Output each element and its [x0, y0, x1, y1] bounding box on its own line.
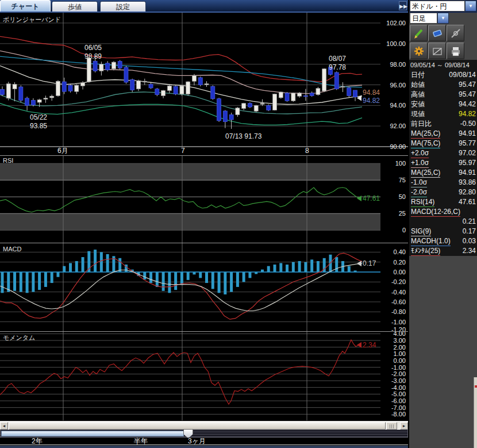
trendline-icon — [449, 27, 462, 40]
info-row-value: 0.21 — [463, 217, 476, 227]
symbol-select-value[interactable]: 米ドル・円 — [410, 1, 465, 12]
horizontal-scrollbar[interactable]: ◄ ► — [0, 421, 408, 430]
svg-text:-0.40: -0.40 — [391, 289, 406, 296]
info-row-value: 2.34 — [463, 246, 476, 256]
info-row-label: 安値 — [411, 99, 425, 109]
svg-text:97.78: 97.78 — [329, 63, 346, 71]
info-row-label: MA(25,C) — [411, 129, 440, 139]
svg-text:6月: 6月 — [57, 147, 68, 155]
info-row-label: +1.0σ — [411, 158, 429, 168]
info-row-value: 93.86 — [459, 178, 476, 187]
svg-text:8: 8 — [305, 147, 309, 155]
svg-text:47.61: 47.61 — [363, 194, 380, 202]
period-select[interactable]: 日足 ▼ — [410, 13, 449, 24]
info-row: 安値94.42 — [409, 99, 477, 109]
svg-text:-4.00: -4.00 — [391, 384, 406, 391]
scrollbar-thumb[interactable] — [9, 422, 386, 430]
svg-text:06/05: 06/05 — [84, 44, 102, 52]
info-row: MA(25,C)94.91 — [409, 168, 477, 178]
eraser-icon — [431, 27, 444, 40]
info-row: +1.0σ95.97 — [409, 158, 477, 168]
info-row: -1.0σ93.86 — [409, 178, 477, 187]
svg-text:2.00: 2.00 — [394, 344, 406, 351]
info-row-label: +2.0σ — [411, 148, 429, 158]
tab-settings[interactable]: 設定 — [100, 1, 146, 12]
svg-text:94.00: 94.00 — [390, 102, 406, 109]
info-row-value: 97.02 — [459, 148, 476, 158]
info-row: 前日比-0.50 — [409, 119, 477, 129]
tool-printer-button[interactable] — [447, 43, 464, 59]
range-label: 2年 — [32, 438, 43, 445]
background-window-dot — [475, 385, 477, 388]
info-row-label: SIG(9) — [411, 227, 431, 236]
chart-canvas[interactable]: 102.00100.0098.0096.0094.0092.0090.00100… — [0, 0, 408, 448]
tool-eraser-button[interactable] — [428, 25, 446, 41]
info-row-value: 09/08/14 — [449, 70, 476, 80]
drawing-toolbar — [410, 25, 466, 60]
svg-text:98.00: 98.00 — [390, 61, 406, 68]
info-row-label: 高値 — [411, 90, 425, 99]
svg-text:92.00: 92.00 — [390, 122, 406, 129]
info-row-label: MACD(12-26,C) — [411, 207, 460, 217]
svg-text:-0.20: -0.20 — [391, 278, 406, 285]
svg-text:-7.00: -7.00 — [391, 404, 406, 411]
info-row: ﾓﾒﾝﾀﾑ(25)2.34 — [409, 246, 477, 256]
info-row-label: RSI(14) — [411, 197, 434, 207]
svg-text:100: 100 — [395, 160, 406, 167]
printer-icon — [449, 45, 462, 58]
info-row-label: MA(25,C) — [411, 168, 440, 178]
sidebar: 米ドル・円 ▼ 日足 ▼ 09/05/14 ～ 09/08/14 日付09/08… — [408, 0, 477, 448]
symbol-select[interactable]: 米ドル・円 ▼ — [410, 1, 476, 12]
info-row-value: 95.47 — [459, 90, 476, 99]
info-row-label: -1.0σ — [411, 178, 427, 187]
info-row-label: 始値 — [411, 80, 425, 90]
svg-text:05/22: 05/22 — [30, 113, 47, 121]
info-row-value: 0.03 — [463, 236, 476, 246]
scroll-left-button[interactable]: ◄ — [0, 422, 8, 430]
chart-frame-icon — [431, 45, 444, 58]
info-row-label: 日付 — [411, 70, 425, 80]
svg-text:100.00: 100.00 — [386, 40, 406, 47]
info-row-value: 95.97 — [459, 158, 476, 168]
scroll-right-button[interactable]: ► — [400, 422, 408, 430]
background-window-edge — [474, 377, 477, 448]
info-row: -2.0σ92.80 — [409, 187, 477, 197]
tool-trendline-button[interactable] — [447, 25, 464, 41]
quote-info-list: 日付09/08/14始値95.47高値95.47安値94.42現値94.82前日… — [409, 70, 477, 256]
info-row: SIG(9)0.17 — [409, 227, 477, 236]
info-row: MA(25,C)94.91 — [409, 129, 477, 139]
svg-text:MACD: MACD — [3, 246, 21, 252]
svg-text:98.89: 98.89 — [84, 52, 102, 60]
tab-tick[interactable]: 歩値 — [52, 1, 98, 12]
info-row-label: -2.0σ — [411, 187, 427, 197]
svg-text:25: 25 — [399, 210, 406, 217]
info-row: MACD(12-26,C) — [409, 207, 477, 217]
chevron-down-icon[interactable]: ▼ — [465, 1, 476, 12]
info-row: MA(75,C)95.77 — [409, 139, 477, 148]
tool-gear-button[interactable] — [410, 43, 428, 59]
tab-chart[interactable]: チャート — [0, 0, 51, 12]
info-row-value: 94.91 — [459, 168, 476, 178]
svg-text:0.00: 0.00 — [394, 269, 406, 275]
info-row: 高値95.47 — [409, 90, 477, 99]
time-range-fill — [1, 431, 184, 436]
pencil-icon — [413, 27, 425, 40]
tab-overflow-button[interactable]: ▶▶ — [399, 1, 407, 10]
svg-text:0.20: 0.20 — [394, 259, 406, 266]
info-row: +2.0σ97.02 — [409, 148, 477, 158]
svg-text:75: 75 — [399, 177, 406, 183]
period-select-value[interactable]: 日足 — [410, 13, 437, 24]
bottom-strip — [0, 446, 408, 448]
svg-text:-3.00: -3.00 — [391, 377, 406, 384]
tab-bar: チャート歩値設定▶▶ — [0, 0, 408, 12]
svg-text:1.00: 1.00 — [394, 350, 406, 357]
info-row-value: 0.17 — [463, 227, 476, 236]
scrollbar-grip[interactable] — [386, 422, 397, 430]
tool-pencil-button[interactable] — [410, 25, 428, 41]
chevron-down-icon[interactable]: ▼ — [437, 13, 449, 24]
tool-chart-frame-button[interactable] — [428, 43, 446, 59]
info-row-label: MA(75,C) — [411, 139, 440, 148]
time-range-slider[interactable] — [0, 430, 408, 438]
info-row-value: 95.47 — [459, 80, 476, 90]
svg-text:96.00: 96.00 — [390, 82, 406, 89]
